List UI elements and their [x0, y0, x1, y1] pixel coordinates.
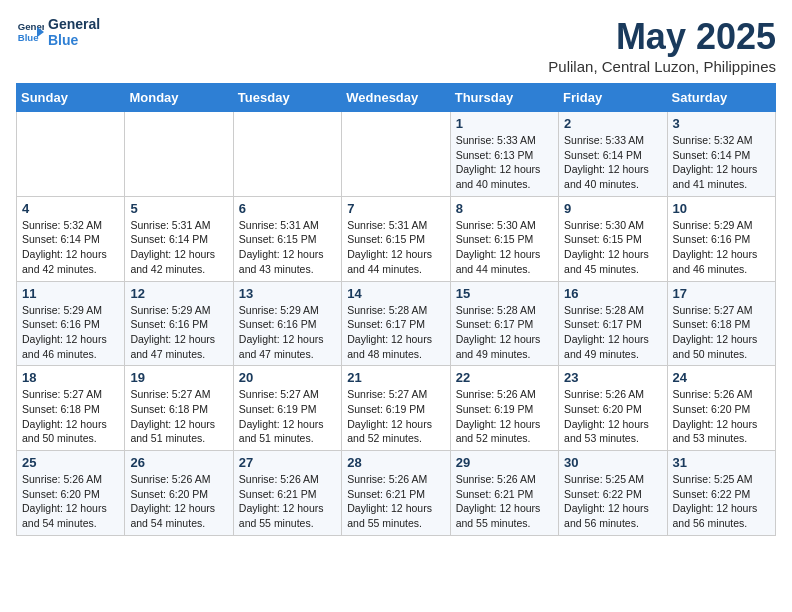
day-info: Sunrise: 5:26 AM Sunset: 6:20 PM Dayligh…: [564, 387, 661, 446]
calendar-cell: 7Sunrise: 5:31 AM Sunset: 6:15 PM Daylig…: [342, 196, 450, 281]
day-info: Sunrise: 5:31 AM Sunset: 6:15 PM Dayligh…: [239, 218, 336, 277]
calendar-cell: 12Sunrise: 5:29 AM Sunset: 6:16 PM Dayli…: [125, 281, 233, 366]
svg-text:Blue: Blue: [18, 32, 39, 43]
calendar-cell: 11Sunrise: 5:29 AM Sunset: 6:16 PM Dayli…: [17, 281, 125, 366]
day-info: Sunrise: 5:32 AM Sunset: 6:14 PM Dayligh…: [22, 218, 119, 277]
day-number: 17: [673, 286, 770, 301]
day-info: Sunrise: 5:29 AM Sunset: 6:16 PM Dayligh…: [22, 303, 119, 362]
calendar-week-row: 18Sunrise: 5:27 AM Sunset: 6:18 PM Dayli…: [17, 366, 776, 451]
calendar-cell: 15Sunrise: 5:28 AM Sunset: 6:17 PM Dayli…: [450, 281, 558, 366]
calendar-cell: [233, 112, 341, 197]
calendar-cell: 2Sunrise: 5:33 AM Sunset: 6:14 PM Daylig…: [559, 112, 667, 197]
day-info: Sunrise: 5:27 AM Sunset: 6:18 PM Dayligh…: [673, 303, 770, 362]
day-info: Sunrise: 5:27 AM Sunset: 6:19 PM Dayligh…: [347, 387, 444, 446]
day-number: 30: [564, 455, 661, 470]
day-info: Sunrise: 5:26 AM Sunset: 6:21 PM Dayligh…: [347, 472, 444, 531]
page-header: General Blue General Blue May 2025 Pulil…: [16, 16, 776, 75]
day-info: Sunrise: 5:29 AM Sunset: 6:16 PM Dayligh…: [673, 218, 770, 277]
day-number: 1: [456, 116, 553, 131]
day-info: Sunrise: 5:31 AM Sunset: 6:15 PM Dayligh…: [347, 218, 444, 277]
calendar-cell: 22Sunrise: 5:26 AM Sunset: 6:19 PM Dayli…: [450, 366, 558, 451]
day-info: Sunrise: 5:30 AM Sunset: 6:15 PM Dayligh…: [456, 218, 553, 277]
day-number: 9: [564, 201, 661, 216]
day-of-week-header: Sunday: [17, 84, 125, 112]
calendar-cell: 10Sunrise: 5:29 AM Sunset: 6:16 PM Dayli…: [667, 196, 775, 281]
day-info: Sunrise: 5:26 AM Sunset: 6:20 PM Dayligh…: [130, 472, 227, 531]
day-info: Sunrise: 5:26 AM Sunset: 6:20 PM Dayligh…: [22, 472, 119, 531]
day-number: 19: [130, 370, 227, 385]
day-number: 22: [456, 370, 553, 385]
calendar-cell: [17, 112, 125, 197]
day-info: Sunrise: 5:26 AM Sunset: 6:21 PM Dayligh…: [456, 472, 553, 531]
day-number: 28: [347, 455, 444, 470]
day-info: Sunrise: 5:33 AM Sunset: 6:13 PM Dayligh…: [456, 133, 553, 192]
calendar-cell: 5Sunrise: 5:31 AM Sunset: 6:14 PM Daylig…: [125, 196, 233, 281]
day-info: Sunrise: 5:33 AM Sunset: 6:14 PM Dayligh…: [564, 133, 661, 192]
calendar-cell: [342, 112, 450, 197]
calendar-cell: 1Sunrise: 5:33 AM Sunset: 6:13 PM Daylig…: [450, 112, 558, 197]
day-number: 23: [564, 370, 661, 385]
day-number: 2: [564, 116, 661, 131]
day-number: 4: [22, 201, 119, 216]
calendar-week-row: 4Sunrise: 5:32 AM Sunset: 6:14 PM Daylig…: [17, 196, 776, 281]
logo-text-blue: Blue: [48, 32, 100, 48]
day-info: Sunrise: 5:31 AM Sunset: 6:14 PM Dayligh…: [130, 218, 227, 277]
day-number: 7: [347, 201, 444, 216]
day-info: Sunrise: 5:26 AM Sunset: 6:20 PM Dayligh…: [673, 387, 770, 446]
day-number: 31: [673, 455, 770, 470]
day-info: Sunrise: 5:27 AM Sunset: 6:18 PM Dayligh…: [22, 387, 119, 446]
day-number: 3: [673, 116, 770, 131]
calendar-cell: 26Sunrise: 5:26 AM Sunset: 6:20 PM Dayli…: [125, 451, 233, 536]
calendar-cell: 8Sunrise: 5:30 AM Sunset: 6:15 PM Daylig…: [450, 196, 558, 281]
title-block: May 2025 Pulilan, Central Luzon, Philipp…: [548, 16, 776, 75]
day-info: Sunrise: 5:27 AM Sunset: 6:19 PM Dayligh…: [239, 387, 336, 446]
day-of-week-header: Tuesday: [233, 84, 341, 112]
day-number: 16: [564, 286, 661, 301]
day-number: 29: [456, 455, 553, 470]
day-number: 24: [673, 370, 770, 385]
day-info: Sunrise: 5:28 AM Sunset: 6:17 PM Dayligh…: [564, 303, 661, 362]
logo-icon: General Blue: [16, 18, 44, 46]
day-of-week-header: Friday: [559, 84, 667, 112]
logo-text-general: General: [48, 16, 100, 32]
day-number: 10: [673, 201, 770, 216]
day-info: Sunrise: 5:28 AM Sunset: 6:17 PM Dayligh…: [347, 303, 444, 362]
day-number: 8: [456, 201, 553, 216]
calendar-cell: 30Sunrise: 5:25 AM Sunset: 6:22 PM Dayli…: [559, 451, 667, 536]
calendar-cell: 4Sunrise: 5:32 AM Sunset: 6:14 PM Daylig…: [17, 196, 125, 281]
day-info: Sunrise: 5:27 AM Sunset: 6:18 PM Dayligh…: [130, 387, 227, 446]
calendar-cell: 9Sunrise: 5:30 AM Sunset: 6:15 PM Daylig…: [559, 196, 667, 281]
month-title: May 2025: [548, 16, 776, 58]
day-of-week-header: Saturday: [667, 84, 775, 112]
calendar-cell: 17Sunrise: 5:27 AM Sunset: 6:18 PM Dayli…: [667, 281, 775, 366]
calendar-cell: 25Sunrise: 5:26 AM Sunset: 6:20 PM Dayli…: [17, 451, 125, 536]
day-number: 26: [130, 455, 227, 470]
calendar-cell: [125, 112, 233, 197]
day-number: 5: [130, 201, 227, 216]
calendar-cell: 23Sunrise: 5:26 AM Sunset: 6:20 PM Dayli…: [559, 366, 667, 451]
calendar-cell: 28Sunrise: 5:26 AM Sunset: 6:21 PM Dayli…: [342, 451, 450, 536]
day-info: Sunrise: 5:25 AM Sunset: 6:22 PM Dayligh…: [564, 472, 661, 531]
day-number: 13: [239, 286, 336, 301]
logo: General Blue General Blue: [16, 16, 100, 48]
calendar-cell: 21Sunrise: 5:27 AM Sunset: 6:19 PM Dayli…: [342, 366, 450, 451]
day-number: 27: [239, 455, 336, 470]
calendar-cell: 27Sunrise: 5:26 AM Sunset: 6:21 PM Dayli…: [233, 451, 341, 536]
calendar-table: SundayMondayTuesdayWednesdayThursdayFrid…: [16, 83, 776, 536]
calendar-cell: 24Sunrise: 5:26 AM Sunset: 6:20 PM Dayli…: [667, 366, 775, 451]
day-info: Sunrise: 5:29 AM Sunset: 6:16 PM Dayligh…: [239, 303, 336, 362]
day-number: 21: [347, 370, 444, 385]
day-number: 12: [130, 286, 227, 301]
day-number: 6: [239, 201, 336, 216]
calendar-week-row: 11Sunrise: 5:29 AM Sunset: 6:16 PM Dayli…: [17, 281, 776, 366]
calendar-week-row: 1Sunrise: 5:33 AM Sunset: 6:13 PM Daylig…: [17, 112, 776, 197]
calendar-cell: 29Sunrise: 5:26 AM Sunset: 6:21 PM Dayli…: [450, 451, 558, 536]
day-number: 20: [239, 370, 336, 385]
calendar-cell: 31Sunrise: 5:25 AM Sunset: 6:22 PM Dayli…: [667, 451, 775, 536]
day-info: Sunrise: 5:32 AM Sunset: 6:14 PM Dayligh…: [673, 133, 770, 192]
calendar-cell: 13Sunrise: 5:29 AM Sunset: 6:16 PM Dayli…: [233, 281, 341, 366]
calendar-cell: 19Sunrise: 5:27 AM Sunset: 6:18 PM Dayli…: [125, 366, 233, 451]
calendar-cell: 6Sunrise: 5:31 AM Sunset: 6:15 PM Daylig…: [233, 196, 341, 281]
day-info: Sunrise: 5:29 AM Sunset: 6:16 PM Dayligh…: [130, 303, 227, 362]
calendar-cell: 14Sunrise: 5:28 AM Sunset: 6:17 PM Dayli…: [342, 281, 450, 366]
